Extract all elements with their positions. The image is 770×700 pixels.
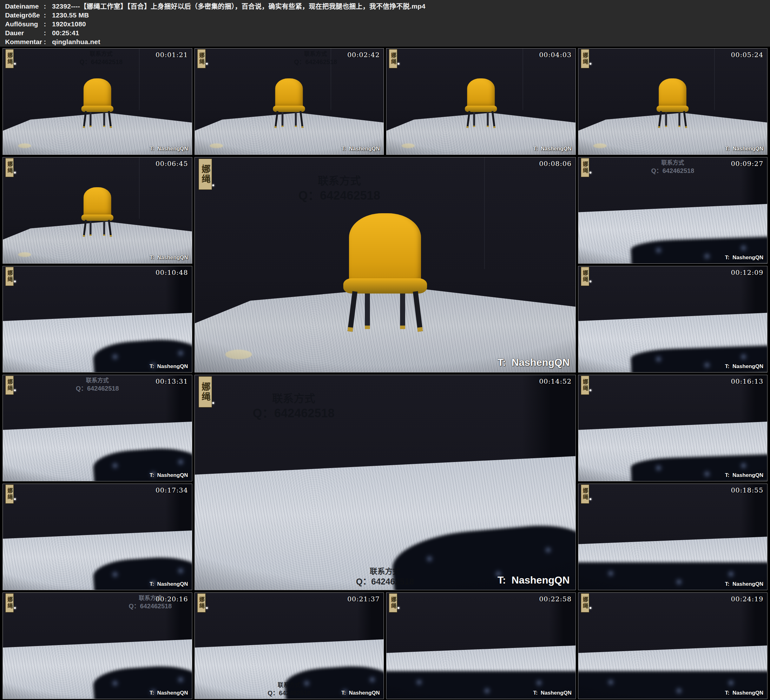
video-thumbnail[interactable]: 娜绳 00:06:45 T: NashengQN xyxy=(3,157,192,264)
frame-timestamp: 00:12:09 xyxy=(731,269,764,276)
studio-seal-stamp: 娜绳 xyxy=(581,593,589,612)
contact-watermark-line2: Q：642462518 xyxy=(651,167,694,175)
video-thumbnail[interactable]: 娜绳 00:16:13 T: NashengQN xyxy=(578,375,768,481)
contact-watermark-line1: 联系方式 xyxy=(356,566,414,576)
video-frame-scene xyxy=(3,484,192,590)
studio-seal-stamp: 娜绳 xyxy=(199,159,212,190)
author-watermark: T: NashengQN xyxy=(150,363,188,369)
frame-timestamp: 00:06:45 xyxy=(155,160,188,167)
vignette xyxy=(387,49,576,154)
video-thumbnail[interactable]: 娜绳 联系方式 Q：642462518 00:13:31 T: NashengQ… xyxy=(3,375,192,481)
video-thumbnail[interactable]: 娜绳 00:04:03 T: NashengQN xyxy=(386,48,576,155)
video-frame-scene xyxy=(387,593,576,699)
studio-seal-stamp: 娜绳 xyxy=(5,593,14,612)
vignette xyxy=(578,49,767,154)
author-watermark: T: NashengQN xyxy=(725,363,764,369)
meta-separator: : xyxy=(44,11,52,19)
author-watermark: T: NashengQN xyxy=(533,146,572,152)
video-thumbnail[interactable]: 娜绳 00:10:48 T: NashengQN xyxy=(3,266,192,373)
contact-watermark-line2: Q：642462518 xyxy=(129,602,172,610)
frame-timestamp: 00:20:16 xyxy=(155,595,188,603)
contact-watermark-line1: 联系方式 xyxy=(651,159,694,167)
author-watermark: T: NashengQN xyxy=(497,356,570,368)
contact-watermark-line1: 联系方式 xyxy=(76,377,119,384)
frame-timestamp: 00:05:24 xyxy=(731,51,764,59)
seal-text: 娜绳 xyxy=(7,270,12,283)
contact-watermark-bottom: 联系方式 Q：642462518 xyxy=(356,566,414,587)
vignette xyxy=(578,375,767,481)
video-thumbnail[interactable]: 娜绳 联系方式 Q：642462518 00:20:16 T: NashengQ… xyxy=(3,592,192,699)
video-thumbnail[interactable]: 娜绳 00:24:19 T: NashengQN xyxy=(578,592,768,699)
meta-label: Dateiname xyxy=(5,2,44,11)
meta-row-comment: Kommentar:qinglanhua.net xyxy=(5,37,770,46)
studio-seal-stamp: 娜绳 xyxy=(581,49,589,68)
video-thumbnail[interactable]: 娜绳 00:05:24 T: NashengQN xyxy=(578,48,768,155)
seal-text: 娜绳 xyxy=(201,164,210,184)
contact-watermark-line1: 联系方式 xyxy=(299,174,380,188)
frame-timestamp: 00:13:31 xyxy=(155,378,188,385)
contact-watermark-line1: 联系方式 xyxy=(253,392,335,405)
vignette xyxy=(3,484,192,590)
meta-separator: : xyxy=(44,2,52,11)
meta-label: Dauer xyxy=(5,29,44,37)
contact-watermark-line2: Q：642462518 xyxy=(253,405,335,421)
video-frame-scene xyxy=(3,157,192,263)
frame-timestamp: 00:08:06 xyxy=(539,160,571,167)
vignette xyxy=(3,266,192,372)
author-watermark: T: NashengQN xyxy=(341,690,380,696)
frame-timestamp: 00:01:21 xyxy=(155,51,188,59)
seal-text: 娜绳 xyxy=(391,596,396,609)
video-frame-scene xyxy=(195,49,384,154)
contact-watermark: 联系方式 Q：642462518 xyxy=(76,377,119,392)
video-thumbnail[interactable]: 娜绳 00:12:09 T: NashengQN xyxy=(578,266,768,373)
studio-seal-stamp: 娜绳 xyxy=(581,484,589,504)
video-frame-scene xyxy=(578,484,767,590)
seal-text: 娜绳 xyxy=(7,596,12,609)
video-thumbnail[interactable]: 娜绳 联系方式 Q：642462518 00:21:37 T: NashengQ… xyxy=(194,592,384,699)
video-frame-scene xyxy=(578,593,767,699)
video-frame-scene xyxy=(3,266,192,372)
video-thumbnail[interactable]: 娜绳 联系方式 Q：642462518 00:02:42 T: NashengQ… xyxy=(194,48,384,155)
frame-timestamp: 00:24:19 xyxy=(731,595,764,603)
contact-watermark-line2: Q：642462518 xyxy=(79,58,123,66)
video-thumbnail[interactable]: 娜绳 00:17:34 T: NashengQN xyxy=(3,484,192,590)
contact-watermark-line2: Q：642462518 xyxy=(299,188,380,203)
contact-watermark-line2: Q：642462518 xyxy=(76,384,119,392)
video-frame-scene xyxy=(387,49,576,154)
vignette xyxy=(578,593,767,699)
meta-value-resolution: 1920x1080 xyxy=(52,20,86,28)
frame-timestamp: 00:02:42 xyxy=(348,51,380,59)
contact-watermark-line1: 联系方式 xyxy=(294,50,337,58)
vignette xyxy=(195,375,576,590)
seal-text: 娜绳 xyxy=(199,52,204,65)
vignette xyxy=(578,484,767,590)
contact-watermark: 联系方式 Q：642462518 xyxy=(651,159,694,175)
meta-value-filesize: 1230.55 MB xyxy=(52,11,89,19)
meta-label: Dateigröße xyxy=(5,11,44,19)
video-frame-scene xyxy=(578,266,767,372)
contact-watermark-bottom: 联系方式 Q：642462518 xyxy=(267,682,311,697)
author-watermark: T: NashengQN xyxy=(150,146,188,152)
studio-seal-stamp: 娜绳 xyxy=(5,49,14,68)
contact-watermark-line1: 联系方式 xyxy=(267,682,311,689)
contact-watermark: 联系方式 Q：642462518 xyxy=(253,392,335,421)
frame-timestamp: 00:09:27 xyxy=(731,160,764,167)
seal-text: 娜绳 xyxy=(199,596,204,609)
video-thumbnail[interactable]: 娜绳 00:18:55 T: NashengQN xyxy=(578,484,768,590)
seal-text: 娜绳 xyxy=(582,379,587,392)
video-thumbnail[interactable]: 娜绳 联系方式 Q：642462518 00:08:06 T: NashengQ… xyxy=(194,157,576,373)
meta-label: Auflösung xyxy=(5,19,44,29)
studio-seal-stamp: 娜绳 xyxy=(581,267,589,286)
seal-text: 娜绳 xyxy=(7,161,12,174)
seal-text: 娜绳 xyxy=(7,488,12,501)
video-frame-scene xyxy=(578,49,767,154)
video-thumbnail[interactable]: 娜绳 联系方式 Q：642462518 00:01:21 T: NashengQ… xyxy=(3,48,192,155)
studio-seal-stamp: 娜绳 xyxy=(199,376,212,407)
metadata-header: Dateiname:32392----【娜绳工作室】【百合】上身捆好以后（多密集… xyxy=(0,0,770,47)
studio-seal-stamp: 娜绳 xyxy=(5,267,14,286)
video-thumbnail[interactable]: 娜绳 00:22:58 T: NashengQN xyxy=(386,592,576,699)
studio-seal-stamp: 娜绳 xyxy=(197,49,205,68)
frame-timestamp: 00:16:13 xyxy=(731,378,764,385)
video-thumbnail[interactable]: 娜绳 联系方式 Q：642462518 联系方式 Q：642462518 00:… xyxy=(194,375,576,590)
video-thumbnail[interactable]: 娜绳 联系方式 Q：642462518 00:09:27 T: NashengQ… xyxy=(578,157,768,264)
